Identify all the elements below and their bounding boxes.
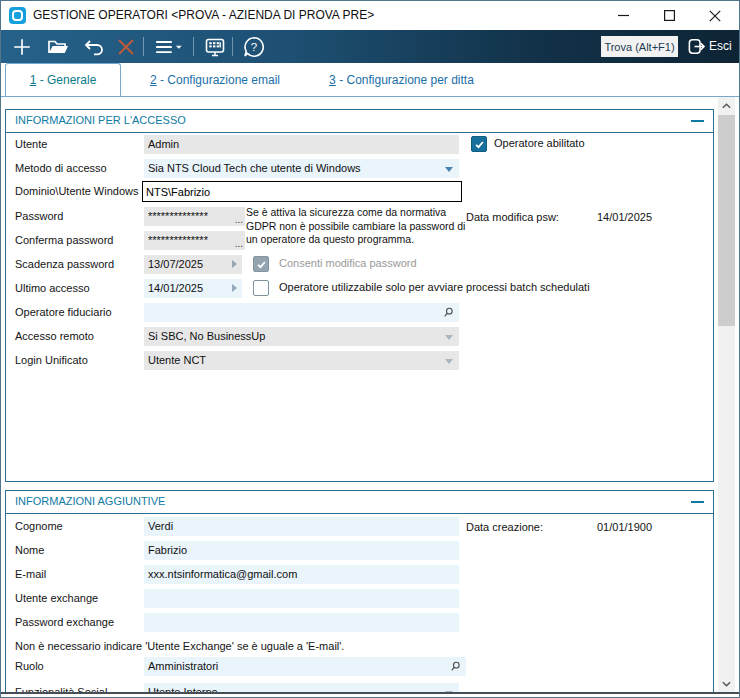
ruolo-field[interactable]: Amministratori <box>144 657 466 676</box>
exit-button[interactable] <box>687 37 706 60</box>
conferma-password-masked-value: ************** <box>148 234 208 246</box>
toolbar-separator <box>143 37 144 56</box>
ruolo-value: Amministratori <box>148 660 218 672</box>
tab-configurazione-per-ditta[interactable]: 3 - Configurazione per ditta <box>304 63 499 96</box>
chevron-down-icon <box>445 335 453 340</box>
find-shortcut-button[interactable]: Trova (Alt+F1) <box>601 36 678 57</box>
utente-field: Admin <box>144 135 459 154</box>
data-modifica-psw-label: Data modifica psw: <box>466 208 559 227</box>
window-title: GESTIONE OPERATORI <PROVA - AZIENDA DI P… <box>33 8 374 22</box>
tab-configurazione-email[interactable]: 2 - Configurazione email <box>129 63 301 96</box>
operatore-abilitato-checkbox[interactable] <box>471 136 487 152</box>
utente-label: Utente <box>15 135 47 154</box>
date-spinner-icon[interactable] <box>232 260 237 268</box>
consenti-modifica-label: Consenti modifica password <box>279 255 417 272</box>
delete-button[interactable] <box>113 34 139 60</box>
menu-icon <box>153 36 185 58</box>
ultimo-accesso-label: Ultimo accesso <box>15 279 90 298</box>
tab-generale[interactable]: 1 - Generale <box>5 63 121 96</box>
password-label: Password <box>15 207 63 226</box>
search-icon[interactable] <box>449 660 462 673</box>
ultimo-accesso-value: 14/01/2025 <box>148 282 203 294</box>
utente-exchange-label: Utente exchange <box>15 589 98 608</box>
collapse-minus-icon[interactable] <box>691 120 704 122</box>
password-field: ************** ... <box>144 207 245 226</box>
close-button[interactable] <box>692 1 737 30</box>
accesso-remoto-dropdown: Si SBC, No BusinessUp <box>144 327 459 346</box>
undo-icon <box>82 35 106 59</box>
ruolo-label: Ruolo <box>15 657 44 676</box>
data-creazione-value: 01/01/1900 <box>597 518 652 537</box>
section-header: INFORMAZIONI PER L'ACCESSO <box>6 110 713 133</box>
scroll-up-button[interactable] <box>718 97 735 114</box>
operatore-fiduciario-label: Operatore fiduciario <box>15 303 112 322</box>
maximize-icon <box>664 10 675 21</box>
scrollbar-thumb[interactable] <box>718 115 735 326</box>
password-exchange-label: Password exchange <box>15 613 114 632</box>
help-icon: ? <box>242 35 266 59</box>
section-title: INFORMAZIONI PER L'ACCESSO <box>15 114 186 126</box>
search-icon[interactable] <box>442 306 455 319</box>
plus-icon <box>11 36 33 58</box>
ultimo-accesso-datefield[interactable]: 14/01/2025 <box>144 279 242 298</box>
batch-checkbox[interactable] <box>253 280 269 296</box>
title-bar: GESTIONE OPERATORI <PROVA - AZIENDA DI P… <box>1 1 739 30</box>
data-modifica-psw-value: 14/01/2025 <box>597 208 652 227</box>
nome-label: Nome <box>15 541 44 560</box>
keyboard-monitor-icon <box>203 35 227 59</box>
conferma-password-field: ************** ... <box>144 231 245 250</box>
checkmark-icon <box>474 139 485 150</box>
section-informazioni-aggiuntive: INFORMAZIONI AGGIUNTIVE Cognome Verdi Da… <box>5 490 714 693</box>
date-spinner-icon[interactable] <box>232 284 237 292</box>
operatore-abilitato-label: Operatore abilitato <box>494 135 585 152</box>
exit-icon <box>687 37 706 56</box>
chevron-down-icon[interactable] <box>445 167 453 172</box>
exit-label[interactable]: Esci <box>709 39 732 53</box>
metodo-accesso-label: Metodo di accesso <box>15 159 107 178</box>
toolbar-separator <box>232 37 233 56</box>
main-toolbar: ? Trova (Alt+F1) Esci <box>1 30 739 63</box>
gdpr-note: Se è attiva la sicurezza come da normati… <box>246 206 470 247</box>
open-button[interactable] <box>45 34 71 60</box>
toolbar-separator <box>193 37 194 56</box>
undo-button[interactable] <box>81 34 107 60</box>
tabstrip-baseline <box>1 96 739 97</box>
window-bottom-frame <box>1 692 739 694</box>
metodo-accesso-value: Sia NTS Cloud Tech che utente di Windows <box>148 162 361 174</box>
email-label: E-mail <box>15 565 46 584</box>
keyboard-button[interactable] <box>202 34 228 60</box>
collapse-minus-icon[interactable] <box>691 501 704 503</box>
login-unificato-value: Utente NCT <box>148 354 206 366</box>
metodo-accesso-dropdown[interactable]: Sia NTS Cloud Tech che utente di Windows <box>144 159 459 178</box>
new-button[interactable] <box>9 34 35 60</box>
tab-number: 2 <box>150 73 157 87</box>
nome-field[interactable]: Fabrizio <box>144 541 459 560</box>
password-exchange-field[interactable] <box>144 613 459 632</box>
consenti-modifica-checkbox <box>253 256 269 272</box>
maximize-button[interactable] <box>647 1 692 30</box>
operatore-fiduciario-field[interactable] <box>144 303 459 322</box>
chevron-down-icon <box>722 681 731 687</box>
section-title: INFORMAZIONI AGGIUNTIVE <box>15 495 165 507</box>
password-ellipsis: ... <box>235 215 243 225</box>
accesso-remoto-value: Si SBC, No BusinessUp <box>148 330 265 342</box>
menu-button[interactable] <box>151 34 187 60</box>
scadenza-password-datefield: 13/07/2025 <box>144 255 242 274</box>
tab-number: 3 <box>329 73 336 87</box>
scroll-down-button[interactable] <box>718 675 735 692</box>
tab-label: - Configurazione email <box>157 73 280 87</box>
vertical-scrollbar[interactable] <box>718 97 735 692</box>
minimize-button[interactable] <box>601 1 646 30</box>
minimize-icon <box>618 10 629 21</box>
utente-exchange-field[interactable] <box>144 589 459 608</box>
help-button[interactable]: ? <box>241 34 267 60</box>
data-creazione-label: Data creazione: <box>466 518 543 537</box>
accesso-remoto-label: Accesso remoto <box>15 327 94 346</box>
dominio-label: Dominio\Utente Windows <box>15 182 139 201</box>
delete-x-icon <box>116 37 136 57</box>
email-field[interactable]: xxx.ntsinformatica@gmail.com <box>144 565 459 584</box>
batch-label: Operatore utilizzabile solo per avviare … <box>279 279 590 296</box>
dominio-input[interactable] <box>142 181 462 202</box>
checkmark-icon <box>256 259 267 270</box>
cognome-field[interactable]: Verdi <box>144 517 459 536</box>
